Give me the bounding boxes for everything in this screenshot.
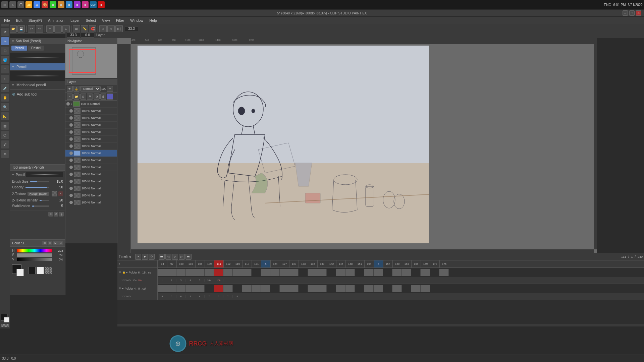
app3-icon[interactable]: ■ bbox=[58, 1, 64, 8]
app1-icon[interactable]: 🎨 bbox=[42, 1, 48, 8]
prev-frame-btn[interactable]: ◁ bbox=[99, 25, 107, 33]
tl-cell-f4-11[interactable] bbox=[261, 285, 270, 292]
layer-visibility-toggle[interactable] bbox=[69, 159, 73, 162]
add-subtool-icon[interactable]: ⊕ bbox=[12, 92, 15, 97]
frame-num-136[interactable]: 136 bbox=[308, 260, 317, 268]
menu-filter[interactable]: Filter bbox=[113, 18, 127, 23]
menu-story[interactable]: Story(P) bbox=[26, 18, 45, 23]
layer-visibility-toggle[interactable] bbox=[69, 166, 73, 169]
tl-cell-f4-2[interactable] bbox=[167, 285, 176, 292]
menu-help[interactable]: Help bbox=[147, 18, 160, 23]
frame-num-163[interactable]: 163 bbox=[402, 260, 411, 268]
frame-num-157[interactable]: 157 bbox=[383, 260, 392, 268]
tl-cell-f6-6[interactable] bbox=[205, 269, 214, 276]
tl-last-btn[interactable]: ⏭ bbox=[185, 254, 192, 260]
transparent-swatch[interactable] bbox=[1, 324, 9, 327]
tl-cell-f4-10[interactable] bbox=[252, 285, 261, 292]
next-frame-btn[interactable]: ▷| bbox=[115, 25, 123, 33]
tl-add-btn[interactable]: + bbox=[135, 254, 141, 260]
menu-layer[interactable]: Layer bbox=[68, 18, 83, 23]
hue-slider[interactable] bbox=[17, 249, 52, 252]
tl-cell-f6-29[interactable] bbox=[430, 269, 439, 276]
frame-num-94[interactable]: 94 bbox=[158, 260, 167, 268]
tl-cell-f4-3[interactable] bbox=[176, 285, 186, 292]
chrome-icon[interactable]: ◉ bbox=[34, 1, 40, 8]
tl-cell-f4-13[interactable] bbox=[280, 285, 289, 292]
app6-icon[interactable]: ■ bbox=[82, 1, 89, 8]
tl-cell-f6-23[interactable] bbox=[374, 269, 383, 276]
frame-num-151[interactable]: 151 bbox=[355, 260, 364, 268]
tl-cell-f6-21[interactable] bbox=[355, 269, 364, 276]
fg-bg-swatches[interactable] bbox=[12, 264, 24, 277]
layer-visibility-toggle[interactable] bbox=[69, 123, 73, 127]
list-item[interactable]: 100 % Normal bbox=[65, 115, 117, 122]
tl-cell-f6-7[interactable] bbox=[223, 269, 233, 276]
layer-visibility-toggle[interactable] bbox=[69, 130, 73, 134]
folder-collapse-arrow[interactable]: ▾ bbox=[71, 103, 72, 106]
layer-visibility-toggle[interactable] bbox=[69, 194, 73, 197]
frame-num-103[interactable]: 103 bbox=[186, 260, 195, 268]
search-icon[interactable]: ⌕ bbox=[9, 1, 16, 8]
opacity-adjust-btn[interactable]: ▾ bbox=[107, 86, 113, 92]
track-folder6-label[interactable]: 👁 🔒 ▾ Folder 6 : 18 : ce bbox=[117, 268, 158, 277]
redo-btn[interactable]: ↪ bbox=[36, 25, 43, 33]
drawing-canvas[interactable] bbox=[138, 46, 429, 243]
layer-visibility-toggle[interactable] bbox=[69, 173, 73, 176]
fit-btn[interactable]: ⊡ bbox=[62, 25, 70, 33]
sat-slider[interactable] bbox=[17, 253, 52, 257]
frame-num-172[interactable]: 172 bbox=[430, 260, 439, 268]
tl-prev-btn[interactable]: ◁ bbox=[165, 254, 171, 260]
menu-animation[interactable]: Animation bbox=[45, 18, 67, 23]
tl-cell-f4-5[interactable] bbox=[195, 285, 205, 292]
list-item[interactable]: 100 % Normal bbox=[65, 185, 117, 192]
layer-select-tool[interactable]: ↕ bbox=[1, 75, 9, 83]
frame-num-130[interactable]: 130 bbox=[289, 260, 299, 268]
transparent-swatch2[interactable] bbox=[45, 267, 52, 274]
list-item[interactable]: 100 % Normal bbox=[65, 178, 117, 185]
tl-cell-f6-9[interactable] bbox=[242, 269, 252, 276]
list-item[interactable]: 100 % Normal bbox=[65, 192, 117, 199]
list-item[interactable]: 100 % Normal bbox=[65, 199, 117, 206]
app5-icon[interactable]: ■ bbox=[74, 1, 80, 8]
zoom-in-btn[interactable]: + bbox=[46, 25, 54, 33]
tl-cell-f4-14[interactable] bbox=[289, 285, 299, 292]
tab-pastel[interactable]: Pastel bbox=[28, 46, 44, 51]
menu-file[interactable]: File bbox=[1, 18, 13, 23]
menu-edit[interactable]: Edit bbox=[13, 18, 25, 23]
tl-cell-f4-20[interactable] bbox=[345, 285, 355, 292]
tl-anim-btn[interactable]: ▶ bbox=[142, 254, 148, 260]
track-folder4-label[interactable]: 👁 ▾ Folder 4 : 9 : cel bbox=[117, 284, 158, 293]
foreground-swatch[interactable] bbox=[12, 264, 21, 274]
timeline-scrollbar-h[interactable] bbox=[117, 324, 644, 326]
frame-num-106[interactable]: 106 bbox=[195, 260, 205, 268]
trash-icon[interactable]: 🗑 bbox=[59, 212, 64, 217]
tl-cell-f6-16[interactable] bbox=[308, 269, 317, 276]
tl-cell-f6-8[interactable] bbox=[233, 269, 242, 276]
tl-cell-f4-9[interactable] bbox=[242, 285, 252, 292]
tl-cell-f6-20[interactable] bbox=[345, 269, 355, 276]
frame-num-100[interactable]: 100 bbox=[176, 260, 186, 268]
shape-tool[interactable]: ⬡ bbox=[1, 131, 9, 139]
tl-cell-f4-27[interactable] bbox=[411, 285, 421, 292]
tl-cell-f6-27[interactable] bbox=[411, 269, 421, 276]
tl-cell-f6-25[interactable] bbox=[392, 269, 402, 276]
texture-density-slider[interactable] bbox=[40, 200, 49, 201]
frame-num-154[interactable]: 154 bbox=[364, 260, 374, 268]
layer-visibility-toggle[interactable] bbox=[69, 180, 73, 183]
tl-cell-f4-18[interactable] bbox=[327, 285, 336, 292]
layer-delete-btn2[interactable]: 🗑 bbox=[100, 94, 106, 100]
eraser-tool[interactable]: ⊡ bbox=[1, 47, 9, 55]
frame-num-112[interactable]: 112 bbox=[223, 260, 233, 268]
layer-visibility-toggle[interactable] bbox=[69, 152, 73, 155]
nav-viewport-frame[interactable] bbox=[69, 49, 96, 73]
tl-cell-f4-21[interactable] bbox=[355, 285, 364, 292]
tl-cell-f6-2[interactable] bbox=[167, 269, 176, 276]
tl-cell-f6-12[interactable] bbox=[270, 269, 280, 276]
layer-settings-btn[interactable]: ⚙ bbox=[94, 94, 100, 100]
misc-tool[interactable]: ⊕ bbox=[1, 150, 9, 158]
snap-btn[interactable]: 🧲 bbox=[89, 25, 96, 33]
frame-num-148[interactable]: 148 bbox=[345, 260, 355, 268]
tl-cell-f6-28[interactable] bbox=[421, 269, 430, 276]
frame-num-121[interactable]: 121 bbox=[252, 260, 261, 268]
tl-cell-f6-30[interactable] bbox=[439, 269, 449, 276]
